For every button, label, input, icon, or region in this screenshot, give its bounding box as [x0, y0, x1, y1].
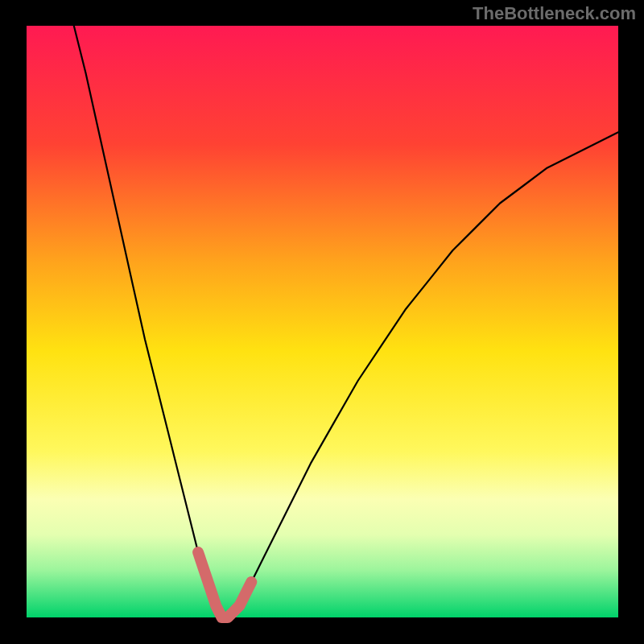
- bottleneck-chart: TheBottleneck.com: [0, 0, 644, 644]
- chart-plot-background: [27, 26, 618, 617]
- chart-stage: TheBottleneck.com: [0, 0, 644, 644]
- watermark-text: TheBottleneck.com: [473, 3, 636, 23]
